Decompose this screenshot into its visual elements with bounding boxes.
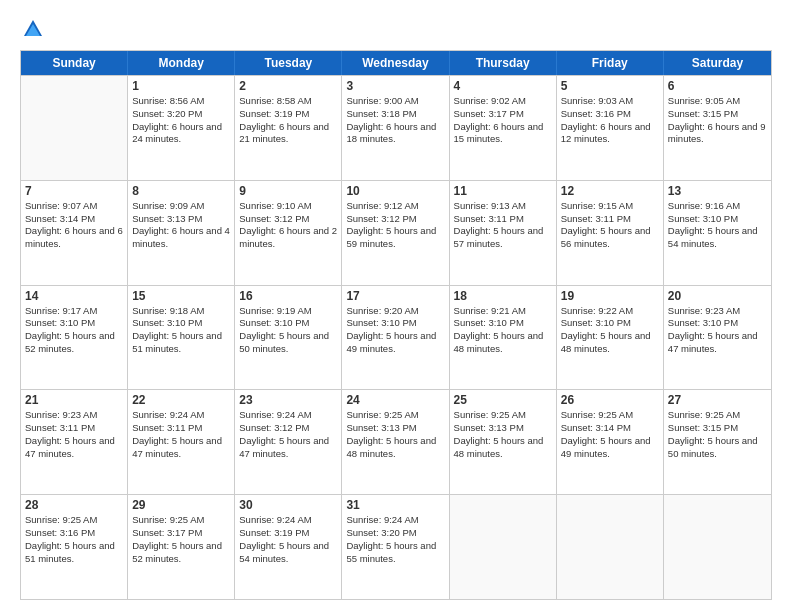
- day-number: 12: [561, 184, 659, 198]
- week-row-3: 14Sunrise: 9:17 AMSunset: 3:10 PMDayligh…: [21, 285, 771, 390]
- day-info: Sunrise: 9:25 AMSunset: 3:13 PMDaylight:…: [346, 409, 444, 460]
- day-info: Sunrise: 9:22 AMSunset: 3:10 PMDaylight:…: [561, 305, 659, 356]
- day-number: 8: [132, 184, 230, 198]
- day-info: Sunrise: 9:24 AMSunset: 3:12 PMDaylight:…: [239, 409, 337, 460]
- day-info: Sunrise: 9:25 AMSunset: 3:14 PMDaylight:…: [561, 409, 659, 460]
- day-cell: 15Sunrise: 9:18 AMSunset: 3:10 PMDayligh…: [128, 286, 235, 390]
- day-cell: [21, 76, 128, 180]
- day-info: Sunrise: 9:21 AMSunset: 3:10 PMDaylight:…: [454, 305, 552, 356]
- day-number: 9: [239, 184, 337, 198]
- calendar-body: 1Sunrise: 8:56 AMSunset: 3:20 PMDaylight…: [21, 75, 771, 599]
- day-info: Sunrise: 9:24 AMSunset: 3:19 PMDaylight:…: [239, 514, 337, 565]
- weekday-header-saturday: Saturday: [664, 51, 771, 75]
- day-cell: [557, 495, 664, 599]
- day-info: Sunrise: 9:23 AMSunset: 3:10 PMDaylight:…: [668, 305, 767, 356]
- day-number: 5: [561, 79, 659, 93]
- day-number: 19: [561, 289, 659, 303]
- day-cell: 4Sunrise: 9:02 AMSunset: 3:17 PMDaylight…: [450, 76, 557, 180]
- weekday-header-tuesday: Tuesday: [235, 51, 342, 75]
- day-number: 27: [668, 393, 767, 407]
- day-cell: 6Sunrise: 9:05 AMSunset: 3:15 PMDaylight…: [664, 76, 771, 180]
- day-cell: 14Sunrise: 9:17 AMSunset: 3:10 PMDayligh…: [21, 286, 128, 390]
- week-row-1: 1Sunrise: 8:56 AMSunset: 3:20 PMDaylight…: [21, 75, 771, 180]
- logo: [20, 18, 44, 40]
- day-number: 23: [239, 393, 337, 407]
- day-cell: 28Sunrise: 9:25 AMSunset: 3:16 PMDayligh…: [21, 495, 128, 599]
- weekday-header-monday: Monday: [128, 51, 235, 75]
- day-cell: 3Sunrise: 9:00 AMSunset: 3:18 PMDaylight…: [342, 76, 449, 180]
- day-number: 7: [25, 184, 123, 198]
- day-info: Sunrise: 9:00 AMSunset: 3:18 PMDaylight:…: [346, 95, 444, 146]
- day-number: 6: [668, 79, 767, 93]
- day-info: Sunrise: 9:02 AMSunset: 3:17 PMDaylight:…: [454, 95, 552, 146]
- day-info: Sunrise: 9:12 AMSunset: 3:12 PMDaylight:…: [346, 200, 444, 251]
- day-info: Sunrise: 9:19 AMSunset: 3:10 PMDaylight:…: [239, 305, 337, 356]
- logo-icon: [22, 18, 44, 40]
- day-number: 1: [132, 79, 230, 93]
- day-info: Sunrise: 9:03 AMSunset: 3:16 PMDaylight:…: [561, 95, 659, 146]
- week-row-5: 28Sunrise: 9:25 AMSunset: 3:16 PMDayligh…: [21, 494, 771, 599]
- day-info: Sunrise: 9:24 AMSunset: 3:11 PMDaylight:…: [132, 409, 230, 460]
- day-info: Sunrise: 9:23 AMSunset: 3:11 PMDaylight:…: [25, 409, 123, 460]
- day-cell: 10Sunrise: 9:12 AMSunset: 3:12 PMDayligh…: [342, 181, 449, 285]
- day-cell: 18Sunrise: 9:21 AMSunset: 3:10 PMDayligh…: [450, 286, 557, 390]
- day-info: Sunrise: 9:25 AMSunset: 3:17 PMDaylight:…: [132, 514, 230, 565]
- day-cell: 26Sunrise: 9:25 AMSunset: 3:14 PMDayligh…: [557, 390, 664, 494]
- day-number: 16: [239, 289, 337, 303]
- day-cell: 23Sunrise: 9:24 AMSunset: 3:12 PMDayligh…: [235, 390, 342, 494]
- day-cell: 27Sunrise: 9:25 AMSunset: 3:15 PMDayligh…: [664, 390, 771, 494]
- day-cell: 22Sunrise: 9:24 AMSunset: 3:11 PMDayligh…: [128, 390, 235, 494]
- page: SundayMondayTuesdayWednesdayThursdayFrid…: [0, 0, 792, 612]
- day-number: 21: [25, 393, 123, 407]
- day-info: Sunrise: 9:25 AMSunset: 3:15 PMDaylight:…: [668, 409, 767, 460]
- day-info: Sunrise: 9:17 AMSunset: 3:10 PMDaylight:…: [25, 305, 123, 356]
- day-number: 20: [668, 289, 767, 303]
- weekday-header-friday: Friday: [557, 51, 664, 75]
- day-number: 28: [25, 498, 123, 512]
- day-info: Sunrise: 9:10 AMSunset: 3:12 PMDaylight:…: [239, 200, 337, 251]
- weekday-header-sunday: Sunday: [21, 51, 128, 75]
- day-cell: 29Sunrise: 9:25 AMSunset: 3:17 PMDayligh…: [128, 495, 235, 599]
- day-info: Sunrise: 9:24 AMSunset: 3:20 PMDaylight:…: [346, 514, 444, 565]
- day-number: 11: [454, 184, 552, 198]
- day-number: 26: [561, 393, 659, 407]
- day-info: Sunrise: 9:15 AMSunset: 3:11 PMDaylight:…: [561, 200, 659, 251]
- header: [20, 18, 772, 40]
- day-number: 29: [132, 498, 230, 512]
- day-cell: 30Sunrise: 9:24 AMSunset: 3:19 PMDayligh…: [235, 495, 342, 599]
- day-cell: 7Sunrise: 9:07 AMSunset: 3:14 PMDaylight…: [21, 181, 128, 285]
- day-cell: 25Sunrise: 9:25 AMSunset: 3:13 PMDayligh…: [450, 390, 557, 494]
- day-number: 10: [346, 184, 444, 198]
- day-cell: 21Sunrise: 9:23 AMSunset: 3:11 PMDayligh…: [21, 390, 128, 494]
- day-cell: 1Sunrise: 8:56 AMSunset: 3:20 PMDaylight…: [128, 76, 235, 180]
- day-cell: 9Sunrise: 9:10 AMSunset: 3:12 PMDaylight…: [235, 181, 342, 285]
- day-info: Sunrise: 9:25 AMSunset: 3:16 PMDaylight:…: [25, 514, 123, 565]
- day-cell: 31Sunrise: 9:24 AMSunset: 3:20 PMDayligh…: [342, 495, 449, 599]
- day-number: 24: [346, 393, 444, 407]
- week-row-4: 21Sunrise: 9:23 AMSunset: 3:11 PMDayligh…: [21, 389, 771, 494]
- day-cell: 8Sunrise: 9:09 AMSunset: 3:13 PMDaylight…: [128, 181, 235, 285]
- day-number: 25: [454, 393, 552, 407]
- day-cell: 16Sunrise: 9:19 AMSunset: 3:10 PMDayligh…: [235, 286, 342, 390]
- day-cell: 17Sunrise: 9:20 AMSunset: 3:10 PMDayligh…: [342, 286, 449, 390]
- day-info: Sunrise: 8:56 AMSunset: 3:20 PMDaylight:…: [132, 95, 230, 146]
- day-cell: 20Sunrise: 9:23 AMSunset: 3:10 PMDayligh…: [664, 286, 771, 390]
- day-info: Sunrise: 9:09 AMSunset: 3:13 PMDaylight:…: [132, 200, 230, 251]
- day-info: Sunrise: 9:20 AMSunset: 3:10 PMDaylight:…: [346, 305, 444, 356]
- day-info: Sunrise: 8:58 AMSunset: 3:19 PMDaylight:…: [239, 95, 337, 146]
- day-cell: [450, 495, 557, 599]
- day-number: 13: [668, 184, 767, 198]
- week-row-2: 7Sunrise: 9:07 AMSunset: 3:14 PMDaylight…: [21, 180, 771, 285]
- weekday-header-thursday: Thursday: [450, 51, 557, 75]
- day-cell: 2Sunrise: 8:58 AMSunset: 3:19 PMDaylight…: [235, 76, 342, 180]
- day-info: Sunrise: 9:07 AMSunset: 3:14 PMDaylight:…: [25, 200, 123, 251]
- day-number: 15: [132, 289, 230, 303]
- day-number: 22: [132, 393, 230, 407]
- day-cell: [664, 495, 771, 599]
- day-cell: 19Sunrise: 9:22 AMSunset: 3:10 PMDayligh…: [557, 286, 664, 390]
- day-number: 4: [454, 79, 552, 93]
- day-number: 17: [346, 289, 444, 303]
- day-cell: 11Sunrise: 9:13 AMSunset: 3:11 PMDayligh…: [450, 181, 557, 285]
- calendar-header-row: SundayMondayTuesdayWednesdayThursdayFrid…: [21, 51, 771, 75]
- day-cell: 12Sunrise: 9:15 AMSunset: 3:11 PMDayligh…: [557, 181, 664, 285]
